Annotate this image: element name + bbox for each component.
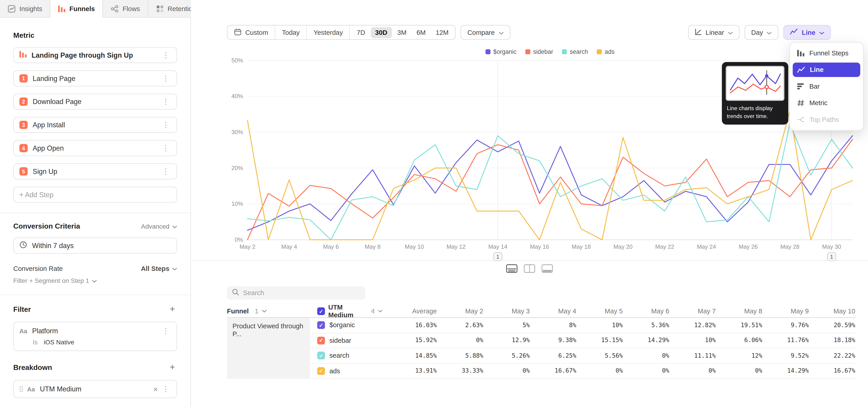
- date-button-today[interactable]: Today: [275, 26, 307, 39]
- row-group-cell[interactable]: Product Viewed through P...: [227, 318, 310, 379]
- drag-handle-icon[interactable]: [20, 386, 23, 392]
- value-cell: 0%: [485, 367, 531, 374]
- step-label: App Open: [33, 144, 160, 152]
- range-button-group: 7D30D3M6M12M: [350, 26, 455, 39]
- column-header[interactable]: May 10: [810, 307, 857, 315]
- series-line-ads[interactable]: [248, 111, 852, 240]
- search-icon: [232, 288, 239, 298]
- range-button-30d[interactable]: 30D: [371, 27, 392, 38]
- column-header[interactable]: May 7: [671, 307, 717, 315]
- chart-type-button[interactable]: Line: [783, 25, 831, 40]
- select-all-checkbox[interactable]: ✓: [317, 307, 325, 315]
- line-chart-icon: [797, 66, 805, 73]
- x-tick-label: May 8: [365, 244, 381, 250]
- clock-icon: [20, 241, 27, 250]
- value-cell: 10%: [671, 337, 717, 344]
- funnel-step-sign-up[interactable]: 5 Sign Up ⋮: [13, 163, 177, 179]
- series-line-sidebar[interactable]: [248, 139, 852, 240]
- kebab-icon[interactable]: ⋮: [160, 167, 171, 176]
- column-header[interactable]: Average: [382, 307, 438, 315]
- layout-split-button[interactable]: [523, 264, 536, 274]
- advanced-dropdown[interactable]: Advanced: [141, 223, 177, 229]
- funnel-step-download-page[interactable]: 2 Download Page ⋮: [13, 94, 177, 109]
- kebab-icon[interactable]: ⋮: [160, 384, 171, 394]
- funnel-step-landing-page[interactable]: 1 Landing Page ⋮: [13, 70, 177, 86]
- range-button-7d[interactable]: 7D: [352, 27, 370, 38]
- breakdown-card-utm-medium[interactable]: Aa UTM Medium × ⋮: [13, 380, 177, 398]
- report-canvas: CustomTodayYesterday7D30D3M6M12M Compare…: [191, 0, 868, 407]
- layout-toggle-group: [191, 264, 868, 274]
- tab-funnels[interactable]: Funnels: [51, 0, 103, 18]
- add-breakdown-button[interactable]: +: [167, 362, 177, 372]
- granularity-button[interactable]: Day: [745, 25, 778, 40]
- column-header[interactable]: May 5: [577, 307, 624, 315]
- funnel-step-app-install[interactable]: 3 App Install ⋮: [13, 117, 177, 133]
- value-cell: 0%: [717, 367, 763, 374]
- date-button-label: Yesterday: [313, 29, 343, 36]
- y-tick-label: 10%: [231, 200, 243, 207]
- breakdown-column-dropdown[interactable]: ✓ UTM Medium 4: [317, 304, 382, 319]
- chevron-down-icon: [172, 223, 177, 229]
- kebab-icon[interactable]: ⋮: [160, 326, 171, 336]
- flows-icon: [111, 5, 119, 13]
- search-input[interactable]: [243, 289, 360, 296]
- all-steps-dropdown[interactable]: All Steps: [141, 265, 177, 273]
- value-cell: 14.85%: [382, 352, 438, 359]
- chart-controls: Linear Day Line: [688, 25, 831, 40]
- value-cell: 12.9%: [485, 337, 531, 344]
- series-line-organic[interactable]: [248, 136, 852, 230]
- filter-card-platform[interactable]: Aa Platform ⋮ Is iOS Native: [13, 322, 177, 351]
- add-filter-button[interactable]: +: [167, 304, 177, 314]
- breakdown-property-label: UTM Medium: [40, 385, 150, 393]
- column-header[interactable]: May 3: [485, 307, 531, 315]
- series-checkbox[interactable]: ✓: [317, 352, 325, 359]
- menu-item-metric[interactable]: Metric: [793, 96, 860, 111]
- menu-item-line[interactable]: Line: [793, 63, 860, 77]
- date-button-custom[interactable]: Custom: [228, 26, 275, 39]
- kebab-icon[interactable]: ⋮: [160, 74, 171, 83]
- range-button-12m[interactable]: 12M: [431, 27, 453, 38]
- value-cell: 0%: [671, 367, 717, 374]
- breakdown-heading: Breakdown: [13, 363, 52, 371]
- kebab-icon[interactable]: ⋮: [160, 97, 171, 106]
- funnel-title-row[interactable]: Landing Page through Sign Up ⋮: [13, 47, 177, 63]
- value-cell: 22.22%: [810, 352, 857, 359]
- scale-button[interactable]: Linear: [688, 25, 740, 40]
- column-header[interactable]: May 2: [438, 307, 485, 315]
- layout-table-only-button[interactable]: [541, 264, 554, 274]
- chart-type-label: Line: [802, 29, 815, 36]
- series-checkbox[interactable]: ✓: [317, 321, 325, 329]
- column-header[interactable]: May 8: [717, 307, 763, 315]
- filter-value[interactable]: iOS Native: [44, 339, 74, 345]
- add-step-button[interactable]: + Add Step: [13, 187, 177, 202]
- series-name: ads: [329, 367, 340, 375]
- menu-item-funnel-steps[interactable]: Funnel Steps: [793, 46, 860, 60]
- kebab-icon[interactable]: ⋮: [160, 120, 171, 130]
- step-label: Landing Page: [33, 74, 160, 82]
- filter-segment-dropdown[interactable]: Filter + Segment on Step 1: [13, 277, 97, 284]
- annotation-badge-label: 1: [496, 254, 500, 260]
- compare-button[interactable]: Compare: [461, 25, 510, 40]
- calendar-icon: [234, 28, 241, 37]
- series-checkbox[interactable]: ✓: [317, 337, 325, 344]
- funnel-step-app-open[interactable]: 4 App Open ⋮: [13, 140, 177, 156]
- funnel-steps-list: 1 Landing Page ⋮2 Download Page ⋮3 App I…: [13, 70, 177, 179]
- kebab-icon[interactable]: ⋮: [160, 143, 171, 153]
- tab-flows[interactable]: Flows: [103, 0, 148, 18]
- menu-item-bar[interactable]: Bar: [793, 79, 860, 94]
- column-header[interactable]: May 9: [763, 307, 810, 315]
- remove-breakdown-icon[interactable]: ×: [151, 385, 161, 394]
- layout-chart-and-table-button[interactable]: [505, 264, 518, 274]
- range-button-6m[interactable]: 6M: [412, 27, 430, 38]
- value-cell: 9.38%: [531, 337, 578, 344]
- column-header[interactable]: May 6: [624, 307, 671, 315]
- kebab-icon[interactable]: ⋮: [160, 51, 171, 60]
- funnel-column-dropdown[interactable]: Funnel 1: [227, 307, 267, 315]
- line-chart-preview: [726, 66, 784, 101]
- conversion-window-row[interactable]: Within 7 days: [13, 238, 177, 254]
- range-button-3m[interactable]: 3M: [393, 27, 411, 38]
- series-checkbox[interactable]: ✓: [317, 367, 325, 375]
- date-button-yesterday[interactable]: Yesterday: [307, 26, 350, 39]
- column-header[interactable]: May 4: [531, 307, 578, 315]
- tab-insights[interactable]: Insights: [0, 0, 51, 18]
